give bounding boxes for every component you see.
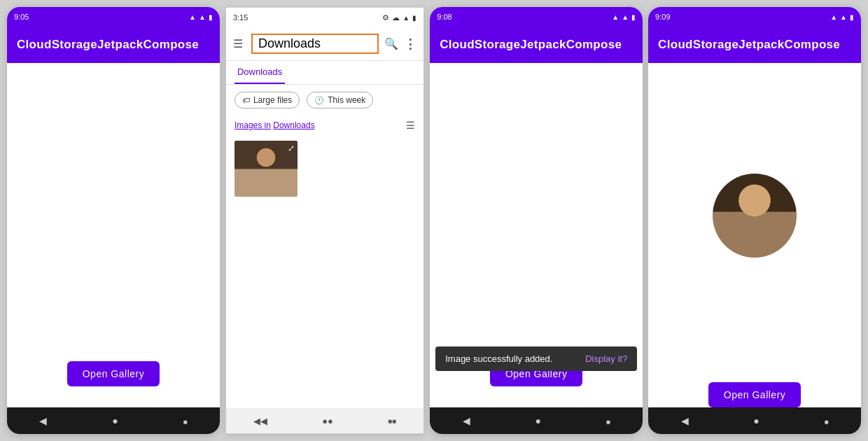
phone3-back-button[interactable] [453,412,480,429]
phone4-battery-icon: ▮ [850,13,854,21]
phone3-home-button[interactable] [525,412,550,429]
phone1-app-bar: CloudStorageJetpackCompose [7,27,220,63]
phone3-wifi-icon: ▲ [622,13,629,21]
phone1-center: Open Gallery [7,63,220,407]
phone3-snackbar-action[interactable]: Display it? [585,354,627,364]
phone3-nav-bar [430,407,643,434]
phone3-recents-button[interactable] [596,412,620,429]
phone2-more-icon[interactable]: ⋮ [404,36,416,52]
phone4-home-button[interactable] [743,412,769,429]
phone1-home-button[interactable] [102,412,127,429]
phone2-folder-link[interactable]: Downloads [273,120,314,130]
phone1-back-button[interactable] [29,412,57,429]
phone2-title: Downloads [251,34,379,54]
phone2-status-bar: 3:15 ⚙ ☁ ▲ ▮ [226,8,424,27]
phone2-this-week-chip[interactable]: 🕐 This week [307,92,373,108]
phone4-signal-icon: ▲ [830,13,837,21]
phone2-tab-bar: Downloads [226,61,424,85]
phone2-home-button[interactable]: ● [312,413,343,429]
phone4-profile-area: Open Gallery [648,63,861,407]
phone4-time: 9:09 [655,13,670,21]
phone4-profile-drawing [713,174,797,258]
phone3-snackbar: Image successfully added. Display it? [435,346,637,371]
phone2-large-files-label: Large files [253,95,292,105]
phone2-spacer [226,202,424,408]
phone4-app-title: CloudStorageJetpackCompose [658,38,840,52]
phone2-recents-button[interactable]: ■ [378,414,406,428]
phone1-recents-button[interactable] [173,412,197,429]
phone3-app-bar: CloudStorageJetpackCompose [430,27,643,63]
phone2-time: 3:15 [233,13,248,22]
phone2-this-week-label: This week [328,95,365,105]
phone4-status-bar: 9:09 ▲ ▲ ▮ [648,7,861,27]
phone1-app-title: CloudStorageJetpackCompose [17,38,199,52]
phone4-app-bar: CloudStorageJetpackCompose [648,27,861,63]
phone1-wifi-icon: ▲ [199,13,206,21]
phone2-large-files-chip[interactable]: 🏷 Large files [234,92,300,108]
phone3-app-title: CloudStorageJetpackCompose [440,38,622,52]
phone-4: 9:09 ▲ ▲ ▮ CloudStorageJetpackCompose Op… [648,7,861,434]
phone2-image-grid: ⤢ [226,135,424,202]
phone2-battery-icon: ▮ [412,14,416,22]
phone4-open-gallery-button[interactable]: Open Gallery [708,382,801,407]
phone2-section-header: Images in Downloads ☰ [226,115,424,135]
phone3-signal-icon: ▲ [612,13,619,21]
screen: 9:05 ▲ ▲ ▮ CloudStorageJetpackCompose Op… [0,0,868,441]
phone-1: 9:05 ▲ ▲ ▮ CloudStorageJetpackCompose Op… [7,7,220,434]
phone4-wifi-icon: ▲ [840,13,847,21]
phone4-profile-image [713,174,797,258]
phone2-downloads-tab[interactable]: Downloads [234,61,285,84]
phone2-wifi-icon: ▲ [402,14,410,22]
phone2-search-icon[interactable]: 🔍 [384,37,398,50]
phone-2: 3:15 ⚙ ☁ ▲ ▮ ☰ Downloads 🔍 ⋮ Downloads 🏷… [225,7,424,434]
phone2-expand-icon: ⤢ [288,144,295,153]
phone1-nav-bar [7,407,220,434]
phone2-back-button[interactable]: ◀ [244,413,277,429]
phone1-open-gallery-button[interactable]: Open Gallery [67,361,160,386]
phone1-signal-icon: ▲ [189,13,196,21]
phone4-recents-button[interactable] [815,412,839,429]
phone2-menu-icon[interactable]: ☰ [233,37,243,50]
phone2-images-in-label: Images in [234,120,271,130]
phone2-filters: 🏷 Large files 🕐 This week [226,85,424,115]
phone1-content: Open Gallery [7,63,220,407]
phone4-back-button[interactable] [671,412,699,429]
phone2-toolbar: ☰ Downloads 🔍 ⋮ [226,27,424,61]
phone2-cloud-icon: ☁ [392,13,400,22]
phone4-nav-bar [648,407,861,434]
phone3-time: 9:08 [437,13,451,21]
phone3-battery-icon: ▮ [631,13,636,21]
phone2-clock-icon: 🕐 [314,96,324,105]
phone2-tag-icon: 🏷 [242,96,250,104]
phone1-status-icons: ▲ ▲ ▮ [189,13,213,21]
phone1-time: 9:05 [14,13,29,21]
phone4-status-icons: ▲ ▲ ▮ [830,13,854,21]
phone3-content: Open Gallery Image successfully added. D… [430,63,643,407]
phone4-content: Open Gallery [648,63,861,407]
phone2-nav-bar: ◀ ● ■ [226,408,424,433]
phone2-section-title: Images in Downloads [234,120,315,130]
phone1-battery-icon: ▮ [209,13,213,21]
phone2-settings-icon: ⚙ [382,13,389,22]
phone2-list-view-icon[interactable]: ☰ [406,120,415,131]
phone-3: 9:08 ▲ ▲ ▮ CloudStorageJetpackCompose Op… [430,7,643,434]
phone2-status-icons: ⚙ ☁ ▲ ▮ [382,13,416,22]
phone3-status-icons: ▲ ▲ ▮ [612,13,636,21]
phone2-image-thumb-1[interactable]: ⤢ [234,141,298,197]
phone1-status-bar: 9:05 ▲ ▲ ▮ [7,7,220,27]
phone3-snackbar-message: Image successfully added. [445,354,552,364]
phone3-status-bar: 9:08 ▲ ▲ ▮ [430,7,643,27]
